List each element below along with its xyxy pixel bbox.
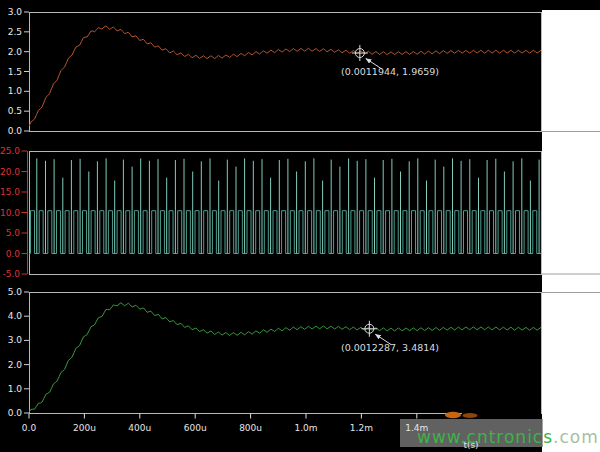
- x-tick-label: 600u: [184, 423, 207, 433]
- y-tick-label: 0.5: [8, 106, 22, 116]
- y-tick-label: 0.0: [8, 408, 23, 418]
- y-tick-label: 0.0: [6, 249, 21, 259]
- y-tick-label: 2.0: [8, 360, 23, 370]
- y-tick-label: 1.5: [8, 67, 22, 77]
- plots-svg: 3.02.52.01.51.00.50.0(0.0011944, 1.9659)…: [0, 0, 600, 452]
- y-tick-label: 25.0: [0, 146, 20, 156]
- y-tick-label: 20.0: [0, 167, 20, 177]
- x-tick-label: 200u: [73, 423, 96, 433]
- x-tick-label: 400u: [128, 423, 151, 433]
- x-tick-label: 1.2m: [350, 423, 373, 433]
- x-tick-label: 1.0m: [294, 423, 317, 433]
- y-tick-label: 5.0: [8, 287, 23, 297]
- simulation-screenshot: 3.02.52.01.51.00.50.0(0.0011944, 1.9659)…: [0, 0, 600, 452]
- artifact-smudge: [445, 412, 461, 418]
- y-tick-label: 3.0: [8, 335, 23, 345]
- plot-frame: [30, 13, 542, 132]
- cursor-marker: (0.0012287, 3.4814): [341, 321, 439, 353]
- artifact-smudge: [463, 413, 478, 418]
- cursor-annotation-text: (0.0012287, 3.4814): [341, 342, 439, 353]
- y-tick-label: 4.0: [8, 311, 23, 321]
- y-tick-label: 1.0: [8, 86, 23, 96]
- plot-frame: [30, 293, 542, 414]
- plot-pulse-trace: 25.020.015.010.05.00.0-5.0: [0, 146, 550, 279]
- y-tick-label: 3.0: [8, 7, 23, 17]
- y-tick-label: 5.0: [6, 228, 21, 238]
- cursor-marker: (0.0011944, 1.9659): [341, 45, 439, 77]
- y-tick-label: 2.0: [8, 47, 23, 57]
- y-tick-label: -5.0: [2, 269, 20, 279]
- y-tick-label: 2.5: [8, 27, 22, 37]
- x-tick-label: 800u: [239, 423, 262, 433]
- waveform-trace: [29, 303, 541, 413]
- plot-bottom-trace: 5.04.03.02.01.00.0(0.0012287, 3.4814): [8, 287, 542, 418]
- y-tick-label: 0.0: [8, 126, 23, 136]
- plot-top-trace: 3.02.52.01.51.00.50.0(0.0011944, 1.9659): [8, 7, 542, 136]
- x-tick-label: 0.0: [22, 423, 37, 433]
- watermark-main-text: www.cntronics: [417, 427, 553, 447]
- watermark: www.cntronics.com: [417, 428, 599, 446]
- y-tick-label: 15.0: [0, 187, 20, 197]
- y-tick-label: 10.0: [0, 208, 20, 218]
- cursor-annotation-text: (0.0011944, 1.9659): [341, 66, 439, 77]
- pulse-train-trace: [29, 211, 550, 254]
- waveform-trace: [29, 26, 541, 126]
- watermark-suffix-text: .com: [553, 427, 599, 447]
- y-tick-label: 1.0: [8, 384, 23, 394]
- pulse-spikes: [37, 158, 548, 253]
